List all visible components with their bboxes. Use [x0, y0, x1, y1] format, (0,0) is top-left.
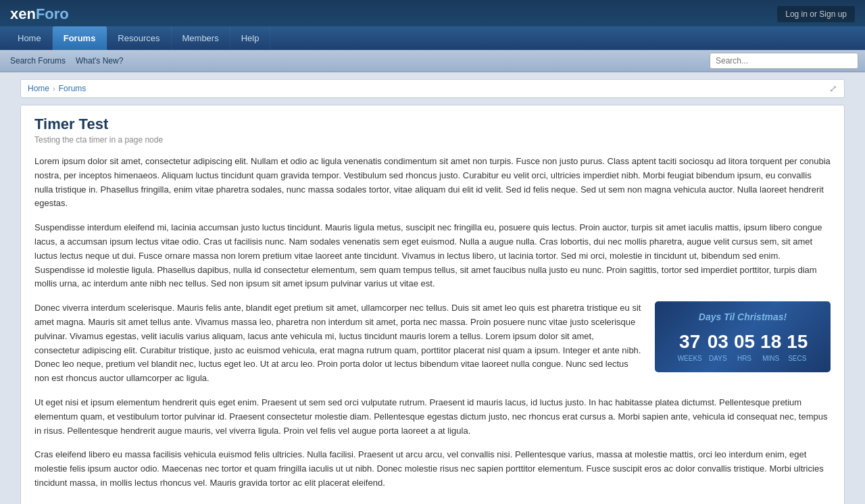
- timer-secs-num: 15: [787, 332, 808, 353]
- breadcrumb-top: Home › Forums ⤢: [20, 79, 845, 98]
- page-subtitle: Testing the cta timer in a page node: [34, 135, 831, 145]
- timer-widget: Days Til Christmas! 37 WEEKS 03 DAYS 05 …: [655, 301, 831, 372]
- nav-bar: Home Forums Resources Members Help: [0, 26, 865, 50]
- login-button[interactable]: Log in or Sign up: [777, 6, 855, 22]
- logo[interactable]: xenForo: [10, 5, 69, 23]
- logo-xen: xen: [10, 5, 36, 23]
- expand-icon[interactable]: ⤢: [829, 83, 837, 94]
- content-para-4: Ut eget nisi et ipsum elementum hendreri…: [34, 396, 831, 438]
- content-para-5: Cras eleifend libero eu massa facilisis …: [34, 448, 831, 490]
- timer-mins-num: 18: [760, 332, 781, 353]
- whats-new-link[interactable]: What's New?: [72, 55, 126, 67]
- page-title: Timer Test: [34, 116, 831, 133]
- sub-nav-links: Search Forums What's New?: [7, 55, 126, 67]
- header: xenForo Log in or Sign up Home Forums Re…: [0, 0, 865, 72]
- nav-members[interactable]: Members: [172, 26, 230, 50]
- breadcrumb-home[interactable]: Home: [28, 84, 49, 93]
- nav-resources[interactable]: Resources: [107, 26, 171, 50]
- timer-days: 03 DAYS: [708, 332, 728, 365]
- main-wrapper: Home › Forums ⤢ Timer Test Testing the c…: [14, 79, 851, 504]
- timer-days-label: DAYS: [709, 353, 727, 364]
- timer-hrs-num: 05: [734, 332, 755, 353]
- breadcrumb-forums[interactable]: Forums: [59, 84, 86, 93]
- timer-hrs: 05 HRS: [734, 332, 755, 365]
- timer-mins: 18 MINS: [760, 332, 781, 365]
- content-para-2: Suspendisse interdum eleifend mi, lacini…: [34, 221, 831, 291]
- timer-numbers: 37 WEEKS 03 DAYS 05 HRS 18 MINS: [666, 332, 820, 365]
- sub-nav: Search Forums What's New?: [0, 50, 865, 72]
- timer-secs: 15 SECS: [787, 332, 808, 365]
- nav-help[interactable]: Help: [230, 26, 271, 50]
- nav-home[interactable]: Home: [7, 26, 53, 50]
- page-content: Timer Test Testing the cta timer in a pa…: [20, 105, 845, 504]
- content-body: Lorem ipsum dolor sit amet, consectetur …: [34, 155, 831, 501]
- search-forums-link[interactable]: Search Forums: [7, 55, 69, 67]
- timer-weeks-num: 37: [679, 332, 700, 353]
- header-top: xenForo Log in or Sign up: [0, 0, 865, 26]
- timer-hrs-label: HRS: [737, 353, 751, 364]
- timer-title: Days Til Christmas!: [666, 309, 820, 324]
- breadcrumb-sep-1: ›: [53, 84, 55, 93]
- timer-weeks: 37 WEEKS: [678, 332, 702, 365]
- logo-foro: Foro: [36, 5, 69, 23]
- search-input[interactable]: [710, 53, 858, 69]
- nav-forums[interactable]: Forums: [53, 26, 107, 50]
- timer-weeks-label: WEEKS: [678, 353, 702, 364]
- timer-days-num: 03: [708, 332, 728, 353]
- timer-secs-label: SECS: [788, 353, 806, 364]
- timer-mins-label: MINS: [762, 353, 779, 364]
- content-para-1: Lorem ipsum dolor sit amet, consectetur …: [34, 155, 831, 211]
